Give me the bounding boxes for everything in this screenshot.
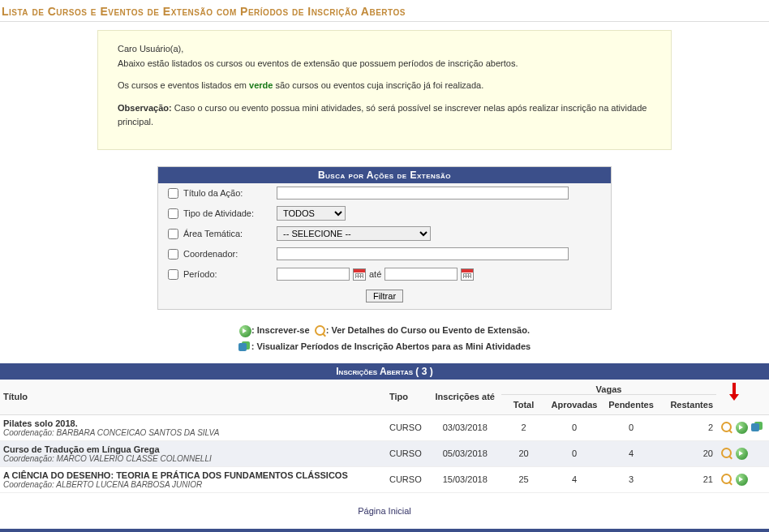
course-title: Pilates solo 2018. [3,418,383,428]
page-title: Lista de Cursos e Eventos de Extensão co… [0,0,769,22]
course-title: Curso de Tradução em Língua Grega [3,444,383,454]
inp-date-start[interactable] [277,268,350,281]
col-tipo: Tipo [386,380,429,415]
lbl-periodo: Período: [183,269,277,279]
details-icon [315,325,326,337]
col-vagas: Vagas [501,380,716,395]
lbl-tipo: Tipo de Atividade: [183,208,277,218]
col-total: Total [501,394,546,414]
course-coord: Coordenação: BARBARA CONCEICAO SANTOS DA… [3,428,383,437]
chk-tipo[interactable] [168,208,178,219]
arrow-down-icon [729,383,739,402]
table-row: Pilates solo 2018.Coordenação: BARBARA C… [0,414,769,440]
enroll-icon[interactable] [736,474,748,486]
cell-restantes: 21 [659,466,716,492]
enroll-icon [239,325,251,337]
calendar-icon[interactable] [461,268,474,281]
cell-ate: 03/03/2018 [428,414,501,440]
mini-icon[interactable] [751,422,764,433]
notice-box: Caro Usuário(a), Abaixo estão listados o… [97,30,672,150]
notice-line2b: são cursos ou eventos cuja inscrição já … [273,80,483,90]
chk-coord[interactable] [168,249,178,260]
legend-mini: : Visualizar Períodos de Inscrição Abert… [251,341,531,351]
col-pendentes: Pendentes [603,394,659,414]
cell-total: 2 [501,414,546,440]
chk-periodo[interactable] [168,269,178,280]
data-table: Título Tipo Inscrições até Vagas Total A… [0,380,769,493]
cell-pendentes: 4 [603,440,659,466]
cell-pendentes: 3 [603,466,659,492]
col-titulo: Título [0,380,386,415]
cell-actions [716,466,769,492]
inp-date-end[interactable] [384,268,458,281]
legend-details: : Ver Detalhes do Curso ou Evento de Ext… [326,325,530,335]
inp-titulo[interactable] [277,187,569,200]
lbl-titulo: Título da Ação: [183,188,277,198]
col-restantes: Restantes [659,394,716,414]
cell-ate: 15/03/2018 [428,466,501,492]
calendar-icon[interactable] [353,268,366,281]
cell-tipo: CURSO [386,440,429,466]
cell-total: 25 [501,466,546,492]
sel-area[interactable]: -- SELECIONE -- [277,226,431,241]
cell-ate: 05/03/2018 [428,440,501,466]
cell-tipo: CURSO [386,414,429,440]
table-header: Inscrições Abertas ( 3 ) [0,363,769,380]
details-icon[interactable] [721,474,732,485]
enroll-icon[interactable] [736,448,748,460]
col-aprovadas: Aprovadas [546,394,603,414]
sel-tipo[interactable]: TODOS [277,206,346,221]
search-title: Busca por Ações de Extensão [158,167,611,183]
col-inscricoes: Inscrições até [428,380,501,415]
details-icon[interactable] [721,448,732,459]
cell-actions [716,414,769,440]
cell-restantes: 20 [659,440,716,466]
home-link[interactable]: Página Inicial [358,506,410,516]
cell-title: Curso de Tradução em Língua GregaCoorden… [0,440,386,466]
cell-pendentes: 0 [603,414,659,440]
course-title: A CIÊNCIA DO DESENHO: TEORIA E PRÁTICA D… [3,470,383,480]
search-box: Busca por Ações de Extensão Título da Aç… [157,166,612,310]
cell-total: 20 [501,440,546,466]
table-row: Curso de Tradução em Língua GregaCoorden… [0,440,769,466]
inp-coord[interactable] [277,247,569,260]
details-icon[interactable] [721,422,732,433]
chk-titulo[interactable] [168,188,178,199]
table-section: Inscrições Abertas ( 3 ) Título Tipo Ins… [0,363,769,493]
notice-greeting: Caro Usuário(a), [118,44,183,54]
cell-aprovadas: 4 [546,466,603,492]
cell-title: A CIÊNCIA DO DESENHO: TEORIA E PRÁTICA D… [0,466,386,492]
filter-button[interactable]: Filtrar [366,290,403,302]
mini-icon [238,341,251,353]
enroll-icon[interactable] [736,422,748,434]
cell-actions [716,440,769,466]
notice-obs-label: Observação: [118,103,172,113]
footer: SIGAA | STI - Superintendência de Tecnol… [0,529,769,532]
notice-line1: Abaixo estão listados os cursos ou event… [118,58,518,68]
table-row: A CIÊNCIA DO DESENHO: TEORIA E PRÁTICA D… [0,466,769,492]
notice-line2a: Os cursos e eventos listados em [118,80,249,90]
cell-tipo: CURSO [386,466,429,492]
course-coord: Coordenação: ALBERTO LUCENA BARBOSA JUNI… [3,480,383,489]
cell-restantes: 2 [659,414,716,440]
cell-title: Pilates solo 2018.Coordenação: BARBARA C… [0,414,386,440]
chk-area[interactable] [168,229,178,239]
lbl-coord: Coordenador: [183,249,277,259]
notice-obs-text: Caso o curso ou evento possua mini ativi… [118,103,647,127]
cell-aprovadas: 0 [546,440,603,466]
legend: : Inscrever-se : Ver Detalhes do Curso o… [0,323,769,355]
course-coord: Coordenação: MARCO VALERIO CLASSE COLONN… [3,454,383,463]
cell-aprovadas: 0 [546,414,603,440]
legend-enroll: : Inscrever-se [251,325,310,335]
lbl-area: Área Temática: [183,229,277,238]
notice-green: verde [249,80,273,90]
lbl-ate: até [369,269,381,279]
